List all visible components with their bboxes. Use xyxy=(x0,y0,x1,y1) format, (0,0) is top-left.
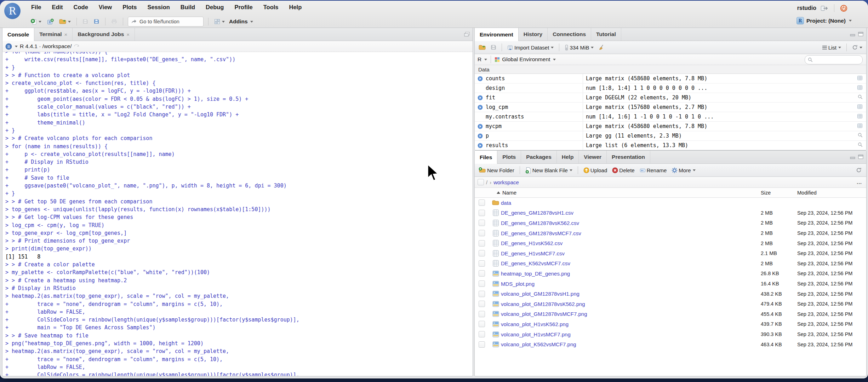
goto-file-box[interactable] xyxy=(128,17,204,27)
file-checkbox[interactable] xyxy=(479,240,485,247)
print-button[interactable] xyxy=(110,18,118,25)
environment-scope-selector[interactable]: Global Environment xyxy=(502,56,550,63)
env-row-mycpm[interactable]: mycpmLarge matrix (458680 elements, 7.8 … xyxy=(475,122,866,131)
expand-object-icon[interactable] xyxy=(478,95,483,100)
env-row-log-cpm[interactable]: log_cpmLarge matrix (157680 elements, 2.… xyxy=(475,103,866,112)
upload-button[interactable]: Upload xyxy=(582,167,609,174)
file-name-link[interactable]: DE_genes_GM12878vsMCF7.csv xyxy=(501,230,761,236)
inspect-object-icon[interactable] xyxy=(858,94,863,99)
minimize-pane-icon[interactable] xyxy=(850,155,855,159)
file-name-link[interactable]: data xyxy=(501,200,761,206)
expand-object-icon[interactable] xyxy=(478,105,483,110)
view-table-icon[interactable] xyxy=(857,104,863,109)
file-name-link[interactable]: heatmap_top_DE_genes.png xyxy=(501,271,761,277)
menu-debug[interactable]: Debug xyxy=(206,4,224,11)
console-tab-terminal[interactable]: Terminal× xyxy=(34,28,73,41)
save-workspace-button[interactable] xyxy=(490,44,497,51)
file-name-link[interactable]: DE_genes_H1vsK562.csv xyxy=(501,240,761,246)
file-checkbox[interactable] xyxy=(479,270,485,277)
language-selector[interactable]: R xyxy=(478,56,481,63)
env-row-fit[interactable]: fitLarge DGEGLM (22 elements, 20 MB) xyxy=(475,93,866,103)
console-output[interactable]: > for (name in names(results)) {+ write.… xyxy=(2,52,473,376)
environment-tab-history[interactable]: History xyxy=(519,28,548,41)
menu-file[interactable]: File xyxy=(31,4,41,11)
close-tab-icon[interactable]: × xyxy=(64,31,68,37)
menu-plots[interactable]: Plots xyxy=(122,4,137,11)
environment-tab-connections[interactable]: Connections xyxy=(548,28,591,41)
refresh-files-button[interactable] xyxy=(855,167,863,174)
file-name-link[interactable]: DE_genes_K562vsMCF7.csv xyxy=(501,260,761,266)
load-workspace-button[interactable] xyxy=(478,44,487,51)
more-button[interactable]: More xyxy=(670,167,696,174)
file-name-link[interactable]: DE_genes_H1vsMCF7.csv xyxy=(501,250,761,256)
console-tab-background-jobs[interactable]: Background Jobs× xyxy=(73,28,135,41)
rename-button[interactable]: Rename xyxy=(639,167,668,174)
file-checkbox[interactable] xyxy=(479,220,485,226)
column-header-modified[interactable]: Modified xyxy=(797,190,866,196)
environment-search-box[interactable] xyxy=(805,55,863,64)
pane-layout-button[interactable] xyxy=(213,18,226,25)
refresh-environment-button[interactable] xyxy=(851,44,863,51)
files-tab-help[interactable]: Help xyxy=(557,151,579,163)
inspect-object-icon[interactable] xyxy=(858,133,863,138)
open-file-button[interactable] xyxy=(58,18,72,25)
file-checkbox[interactable] xyxy=(479,210,485,216)
view-table-icon[interactable] xyxy=(857,85,863,90)
file-checkbox[interactable] xyxy=(479,260,485,267)
breadcrumb-root[interactable]: / xyxy=(486,179,487,185)
view-table-icon[interactable] xyxy=(857,75,863,81)
env-row-p[interactable]: pLarge gg (11 elements, 2.3 MB) xyxy=(475,131,866,141)
new-folder-button[interactable]: New Folder xyxy=(478,167,515,174)
file-checkbox[interactable] xyxy=(479,321,485,327)
file-checkbox[interactable] xyxy=(479,291,485,297)
project-selector[interactable]: R Project: (None) xyxy=(796,17,852,24)
view-table-icon[interactable] xyxy=(857,114,863,119)
menu-edit[interactable]: Edit xyxy=(52,4,63,11)
environment-tab-environment[interactable]: Environment xyxy=(475,28,519,41)
environment-tab-tutorial[interactable]: Tutorial xyxy=(591,28,621,41)
maximize-pane-icon[interactable] xyxy=(858,32,863,36)
memory-usage-button[interactable]: 334 MiB xyxy=(564,44,595,51)
new-file-button[interactable] xyxy=(30,18,42,25)
expand-object-icon[interactable] xyxy=(478,124,483,129)
file-name-link[interactable]: DE_genes_GM12878vsK562.csv xyxy=(501,220,761,226)
save-all-button[interactable] xyxy=(92,18,101,25)
file-name-link[interactable]: volcano_plot_GM12878vsK562.png xyxy=(501,301,761,307)
menu-profile[interactable]: Profile xyxy=(234,4,252,11)
path-more-button[interactable]: ... xyxy=(857,179,862,185)
menu-view[interactable]: View xyxy=(99,4,112,11)
menu-code[interactable]: Code xyxy=(74,4,88,11)
inspect-object-icon[interactable] xyxy=(858,142,863,147)
env-row-results[interactable]: resultsLarge list (6 elements, 13.3 MB) xyxy=(475,141,866,150)
file-checkbox[interactable] xyxy=(479,301,485,307)
clear-environment-button[interactable] xyxy=(598,44,606,51)
goto-file-input[interactable] xyxy=(139,18,193,25)
menu-tools[interactable]: Tools xyxy=(263,4,279,11)
select-all-checkbox[interactable] xyxy=(478,179,484,185)
new-project-button[interactable]: R xyxy=(46,18,55,25)
breadcrumb-workspace[interactable]: workspace xyxy=(493,179,519,185)
files-tab-viewer[interactable]: Viewer xyxy=(579,151,607,163)
menu-session[interactable]: Session xyxy=(148,4,170,11)
minimize-pane-icon[interactable] xyxy=(850,32,855,36)
env-row-counts[interactable]: countsLarge matrix (458680 elements, 7.8… xyxy=(475,74,866,83)
file-checkbox[interactable] xyxy=(479,230,485,236)
menu-build[interactable]: Build xyxy=(181,4,195,11)
view-table-icon[interactable] xyxy=(857,123,863,128)
expand-object-icon[interactable] xyxy=(478,143,483,148)
files-tab-files[interactable]: Files xyxy=(475,151,497,164)
power-icon[interactable] xyxy=(840,5,847,12)
new-blank-file-button[interactable]: New Blank File xyxy=(524,166,573,174)
file-name-link[interactable]: volcano_plot_H1vsK562.png xyxy=(501,321,761,327)
env-row-my-contrasts[interactable]: my.contrastsnum [1:4, 1:6] 1 -1 0 0 1 0 … xyxy=(475,112,866,122)
save-button[interactable] xyxy=(81,18,89,25)
console-tab-console[interactable]: Console xyxy=(2,28,34,41)
sign-out-icon[interactable] xyxy=(821,5,828,11)
r-version-icon[interactable]: R xyxy=(5,43,12,50)
environment-search-input[interactable] xyxy=(815,57,853,63)
expand-object-icon[interactable] xyxy=(478,133,483,139)
file-checkbox[interactable] xyxy=(479,250,485,256)
file-checkbox[interactable] xyxy=(479,311,485,317)
file-name-link[interactable]: volcano_plot_K562vsMCF7.png xyxy=(501,341,761,347)
file-name-link[interactable]: volcano_plot_H1vsMCF7.png xyxy=(501,331,761,337)
